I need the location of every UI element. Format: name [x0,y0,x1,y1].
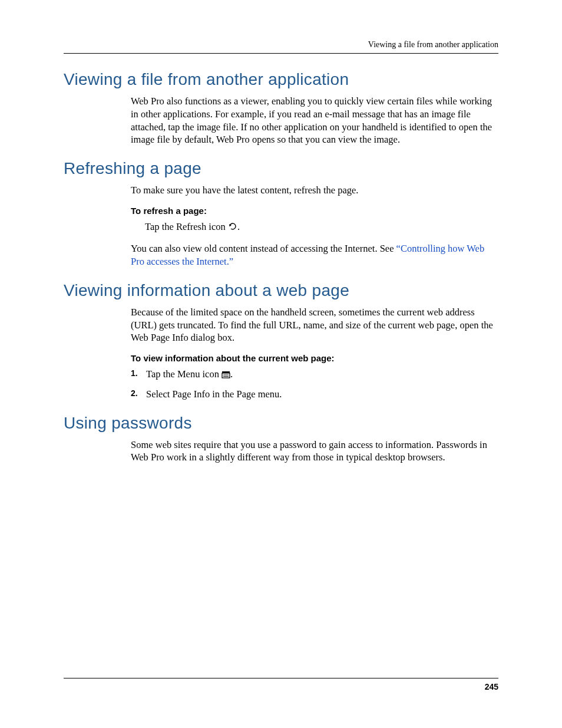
step-item: Tap the Menu icon . [131,368,498,382]
paragraph: You can also view old content instead of… [131,242,498,268]
footer-rule [64,678,498,678]
step-text-suffix: . [237,221,240,232]
text-run: You can also view old content instead of… [131,243,396,254]
body-viewing-file: Web Pro also functions as a viewer, enab… [131,95,498,146]
heading-view-info: Viewing information about a web page [64,281,498,300]
procedure-steps: Tap the Menu icon . Select Page Info in … [131,368,498,401]
refresh-icon [228,222,237,235]
step-text-suffix: . [230,368,233,380]
paragraph: To make sure you have the latest content… [131,184,498,197]
paragraph: Some web sites require that you use a pa… [131,439,498,465]
heading-refreshing: Refreshing a page [64,159,498,178]
paragraph: Web Pro also functions as a viewer, enab… [131,95,498,146]
running-header: Viewing a file from another application [64,40,498,50]
page-container: Viewing a file from another application … [0,0,562,728]
menu-icon [222,369,230,382]
heading-passwords: Using passwords [64,414,498,433]
page-footer: 245 [64,678,498,691]
header-rule [64,53,498,54]
svg-rect-1 [222,373,230,378]
body-refreshing: To make sure you have the latest content… [131,184,498,268]
procedure-step: Tap the Refresh icon . [145,220,498,235]
page-number: 245 [64,682,498,691]
step-text-prefix: Tap the Menu icon [146,368,222,380]
body-view-info: Because of the limited space on the hand… [131,306,498,401]
step-item: Select Page Info in the Page menu. [131,388,498,401]
procedure-title: To refresh a page: [131,205,498,217]
body-passwords: Some web sites require that you use a pa… [131,439,498,465]
paragraph: Because of the limited space on the hand… [131,306,498,344]
procedure-title: To view information about the current we… [131,353,498,364]
heading-viewing-file: Viewing a file from another application [64,70,498,89]
step-text-prefix: Tap the Refresh icon [145,221,228,232]
